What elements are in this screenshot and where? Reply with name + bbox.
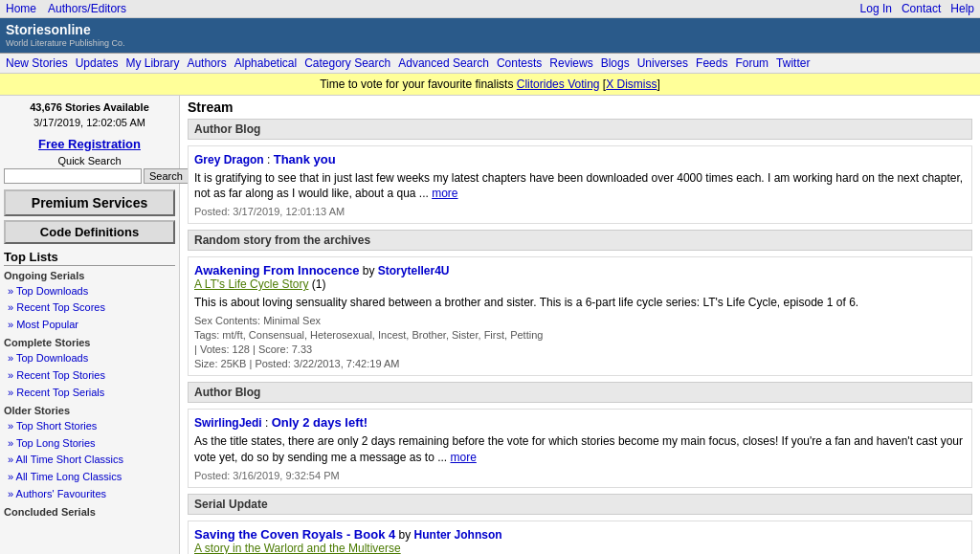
code-definitions-button[interactable]: Code Definitions: [4, 220, 175, 244]
nav-twitter[interactable]: Twitter: [776, 56, 810, 70]
sidebar-top-short-stories[interactable]: Top Short Stories: [8, 418, 175, 435]
banner: Time to vote for your favourite finalist…: [0, 74, 980, 96]
sidebar-all-time-long-classics[interactable]: All Time Long Classics: [8, 469, 175, 486]
concluded-serials-title: Concluded Serials: [4, 506, 175, 518]
random-story-by: by: [363, 264, 378, 277]
stats-date: 3/17/2019, 12:02:05 AM: [4, 115, 175, 131]
nav-new-stories[interactable]: New Stories: [6, 56, 68, 70]
sidebar-recent-top-serials[interactable]: Recent Top Serials: [8, 385, 175, 402]
blog-1-author[interactable]: Grey Dragon: [194, 153, 264, 166]
section-author-blog-1: Author Blog: [188, 119, 972, 140]
layout: 43,676 Stories Available 3/17/2019, 12:0…: [0, 96, 980, 554]
nav-contests[interactable]: Contests: [497, 56, 542, 70]
blog-2-title[interactable]: Only 2 days left!: [272, 415, 368, 430]
blog-2-posted: Posted: 3/16/2019, 9:32:54 PM: [194, 470, 966, 481]
clitorides-link[interactable]: Clitorides Voting: [517, 78, 600, 91]
nav-updates[interactable]: Updates: [76, 56, 119, 70]
premium-services-button[interactable]: Premium Services: [4, 189, 175, 216]
blog-1-posted: Posted: 3/17/2019, 12:01:13 AM: [194, 206, 966, 217]
sidebar-recent-top-scores[interactable]: Recent Top Scores: [8, 299, 175, 317]
nav-advanced-search[interactable]: Advanced Search: [398, 56, 489, 70]
nav-category-search[interactable]: Category Search: [304, 56, 390, 70]
sidebar-top-downloads-complete[interactable]: Top Downloads: [8, 350, 175, 367]
random-story-card: Awakening From Innocence by Storyteller4…: [188, 256, 972, 376]
logo-sub: World Literature Publishing Co.: [6, 38, 124, 49]
random-story-subtitle[interactable]: A LT's Life Cycle Story: [194, 277, 308, 291]
sidebar-stats: 43,676 Stories Available 3/17/2019, 12:0…: [4, 100, 175, 131]
main-content: Stream Author Blog Grey Dragon : Thank y…: [180, 96, 980, 554]
nav-my-library[interactable]: My Library: [125, 56, 179, 70]
sidebar-all-time-short-classics[interactable]: All Time Short Classics: [8, 452, 175, 469]
serial-author[interactable]: Hunter Johnson: [414, 528, 502, 542]
search-row: Search: [4, 168, 175, 184]
banner-text: Time to vote for your favourite finalist…: [320, 78, 513, 91]
nav-reviews[interactable]: Reviews: [549, 56, 592, 70]
random-story-title[interactable]: Awakening From Innocence: [194, 263, 359, 277]
blog-2-more[interactable]: more: [451, 451, 477, 464]
blog-1-header: Grey Dragon : Thank you: [194, 152, 966, 166]
random-story-size-posted: Size: 25KB | Posted: 3/22/2013, 7:42:19 …: [194, 358, 966, 369]
nav-authors[interactable]: Authors: [187, 56, 226, 70]
help-link[interactable]: Help: [950, 2, 974, 15]
ongoing-serials-title: Ongoing Serials: [4, 270, 175, 281]
sidebar: 43,676 Stories Available 3/17/2019, 12:0…: [0, 96, 180, 554]
sidebar-recent-top-stories[interactable]: Recent Top Stories: [8, 367, 175, 385]
blog-1-body: It is gratifying to see that in just las…: [194, 170, 966, 203]
random-story-subtitle-num: (1): [312, 277, 326, 291]
complete-stories-title: Complete Stories: [4, 337, 175, 348]
blog-2-header: SwirlingJedi : Only 2 days left!: [194, 415, 966, 430]
authors-editors-link[interactable]: Authors/Editors: [48, 2, 126, 15]
random-story-desc: This is about loving sensuality shared b…: [194, 295, 966, 311]
blog-card-2: SwirlingJedi : Only 2 days left! As the …: [188, 409, 972, 488]
blog-1-separator: :: [267, 153, 274, 166]
blog-card-1: Grey Dragon : Thank you It is gratifying…: [188, 145, 972, 225]
random-story-stats: | Votes: 128 | Score: 7.33: [194, 343, 966, 355]
serial-subtitle[interactable]: A story in the Warlord and the Multivers…: [194, 542, 401, 554]
blog-1-title[interactable]: Thank you: [274, 152, 336, 166]
home-link[interactable]: Home: [6, 2, 36, 15]
nav-feeds[interactable]: Feeds: [696, 56, 727, 70]
nav-alphabetical[interactable]: Alphabetical: [234, 56, 297, 70]
nav-universes[interactable]: Universes: [637, 56, 688, 70]
sidebar-top-downloads-ongoing[interactable]: Top Downloads: [8, 283, 175, 300]
logo-area: Storiesonline World Literature Publishin…: [6, 22, 124, 49]
stories-count: 43,676 Stories Available: [4, 100, 175, 116]
top-nav-right: Log In Contact Help: [860, 2, 974, 15]
logo-title: Storiesonline: [6, 22, 124, 38]
logo-bar: Storiesonline World Literature Publishin…: [0, 18, 980, 53]
top-lists-title: Top Lists: [4, 250, 175, 266]
random-story-tags: Tags: mt/ft, Consensual, Heterosexual, I…: [194, 329, 966, 341]
serial-header: Saving the Coven Royals - Book 4 by Hunt…: [194, 527, 966, 542]
stream-title: Stream: [188, 100, 972, 115]
blog-1-more[interactable]: more: [432, 187, 457, 200]
nav-forum[interactable]: Forum: [735, 56, 768, 70]
free-registration-link[interactable]: Free Registration: [4, 137, 175, 151]
main-nav: New Stories Updates My Library Authors A…: [0, 53, 980, 74]
section-random-story: Random story from the archives: [188, 230, 972, 251]
dismiss-link[interactable]: X Dismiss: [606, 78, 657, 91]
serial-title[interactable]: Saving the Coven Royals - Book 4: [194, 527, 395, 542]
random-story-subtitle-row: A LT's Life Cycle Story (1): [194, 277, 966, 291]
serial-subtitle-row: A story in the Warlord and the Multivers…: [194, 542, 966, 554]
serial-update-card: Saving the Coven Royals - Book 4 by Hunt…: [188, 521, 972, 554]
blog-2-body: As the title states, there are only 2 da…: [194, 433, 966, 466]
sidebar-authors-favourites[interactable]: Authors' Favourites: [8, 486, 175, 503]
top-nav: Home Authors/Editors Log In Contact Help: [0, 0, 980, 18]
contact-link[interactable]: Contact: [902, 2, 941, 15]
sidebar-most-popular[interactable]: Most Popular: [8, 317, 175, 334]
random-story-sex: Sex Contents: Minimal Sex: [194, 315, 966, 326]
serial-by: by: [399, 528, 414, 542]
nav-blogs[interactable]: Blogs: [601, 56, 630, 70]
sidebar-top-long-stories[interactable]: Top Long Stories: [8, 435, 175, 453]
section-author-blog-2: Author Blog: [188, 382, 972, 403]
search-input[interactable]: [4, 168, 142, 184]
random-story-author[interactable]: Storyteller4U: [378, 264, 450, 277]
section-serial-update: Serial Update: [188, 494, 972, 515]
random-story-header: Awakening From Innocence by Storyteller4…: [194, 263, 966, 277]
older-stories-title: Older Stories: [4, 405, 175, 416]
login-link[interactable]: Log In: [860, 2, 892, 15]
blog-2-separator: :: [265, 416, 272, 430]
blog-2-author[interactable]: SwirlingJedi: [194, 416, 262, 430]
quick-search-label: Quick Search: [4, 155, 175, 166]
